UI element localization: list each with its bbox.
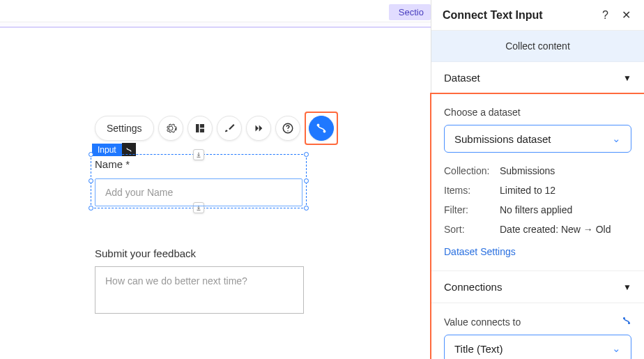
help-icon[interactable] bbox=[275, 116, 300, 141]
panel-title: Connect Text Input bbox=[443, 9, 594, 22]
filter-key: Filter: bbox=[444, 204, 500, 215]
collection-value: Submissions bbox=[500, 165, 555, 176]
collect-content-button[interactable]: Collect content bbox=[431, 31, 644, 62]
sort-value: Date created: New → Old bbox=[500, 224, 611, 235]
items-key: Items: bbox=[444, 185, 500, 196]
dataset-dropdown-value: Submissions dataset bbox=[454, 133, 551, 145]
editor-canvas[interactable]: Sectio Settings Input Name * bbox=[0, 0, 431, 359]
brush-icon[interactable] bbox=[217, 116, 242, 141]
filter-value: No filters applied bbox=[500, 204, 572, 215]
dataset-section-header[interactable]: Dataset ▼ bbox=[431, 62, 644, 94]
svg-point-8 bbox=[629, 323, 630, 324]
panel-close-icon[interactable]: ✕ bbox=[622, 8, 633, 22]
chevron-down-icon: ⌄ bbox=[612, 342, 621, 355]
element-toolbar: Settings bbox=[95, 112, 338, 145]
connections-section-body: Value connects to Title (Text) ⌄ bbox=[431, 303, 644, 359]
svg-point-5 bbox=[317, 124, 319, 125]
feedback-placeholder: How can we do better next time? bbox=[105, 275, 247, 287]
panel-highlight: Choose a dataset Submissions dataset ⌄ C… bbox=[430, 93, 644, 359]
dataset-dropdown[interactable]: Submissions dataset ⌄ bbox=[444, 125, 631, 153]
connect-button-highlight bbox=[305, 112, 338, 145]
connect-data-icon[interactable] bbox=[309, 116, 334, 141]
cycle-icon[interactable] bbox=[622, 316, 631, 328]
resize-handle[interactable] bbox=[89, 152, 93, 157]
settings-button[interactable]: Settings bbox=[95, 116, 154, 141]
value-field-dropdown[interactable]: Title (Text) ⌄ bbox=[444, 335, 631, 359]
canvas-topbar: Sectio bbox=[0, 0, 431, 22]
chevron-down-icon: ▼ bbox=[623, 73, 631, 83]
svg-point-6 bbox=[323, 130, 325, 132]
choose-dataset-label: Choose a dataset bbox=[444, 107, 631, 118]
resize-handle[interactable] bbox=[89, 178, 93, 183]
panel-header: Connect Text Input ? ✕ bbox=[431, 0, 644, 31]
section-tag[interactable]: Sectio bbox=[389, 4, 431, 20]
animation-icon[interactable] bbox=[246, 116, 271, 141]
value-connects-label: Value connects to bbox=[444, 316, 521, 328]
connections-section-title: Connections bbox=[444, 281, 502, 293]
connections-section-header[interactable]: Connections ▼ bbox=[431, 270, 644, 303]
sort-key: Sort: bbox=[444, 224, 500, 235]
connect-panel: Connect Text Input ? ✕ Collect content D… bbox=[431, 0, 644, 359]
resize-handle[interactable] bbox=[304, 152, 309, 157]
dataset-section-title: Dataset bbox=[444, 72, 480, 84]
svg-rect-2 bbox=[200, 129, 204, 132]
chevron-down-icon: ⌄ bbox=[612, 132, 621, 145]
svg-rect-1 bbox=[200, 124, 204, 128]
feedback-textarea[interactable]: How can we do better next time? bbox=[95, 266, 304, 314]
chevron-down-icon: ▼ bbox=[623, 282, 631, 292]
collection-key: Collection: bbox=[444, 165, 500, 176]
section-divider bbox=[0, 22, 431, 28]
feedback-field-label: Submit your feedback bbox=[95, 247, 196, 259]
resize-handle[interactable] bbox=[304, 206, 309, 211]
resize-handle[interactable] bbox=[304, 178, 309, 183]
name-input-placeholder: Add your Name bbox=[105, 187, 173, 198]
value-field-dropdown-value: Title (Text) bbox=[454, 343, 503, 355]
name-input[interactable]: Add your Name bbox=[95, 178, 302, 206]
items-value: Limited to 12 bbox=[500, 185, 555, 196]
dataset-section-body: Choose a dataset Submissions dataset ⌄ C… bbox=[431, 94, 644, 270]
svg-point-7 bbox=[624, 318, 625, 319]
dataset-settings-link[interactable]: Dataset Settings bbox=[444, 246, 516, 257]
panel-help-icon[interactable]: ? bbox=[602, 9, 613, 22]
layout-icon[interactable] bbox=[187, 116, 213, 141]
stretch-top-icon[interactable] bbox=[193, 149, 204, 160]
resize-handle[interactable] bbox=[89, 206, 93, 211]
gear-icon[interactable] bbox=[158, 116, 183, 141]
svg-rect-0 bbox=[196, 124, 199, 132]
svg-point-4 bbox=[287, 130, 289, 132]
